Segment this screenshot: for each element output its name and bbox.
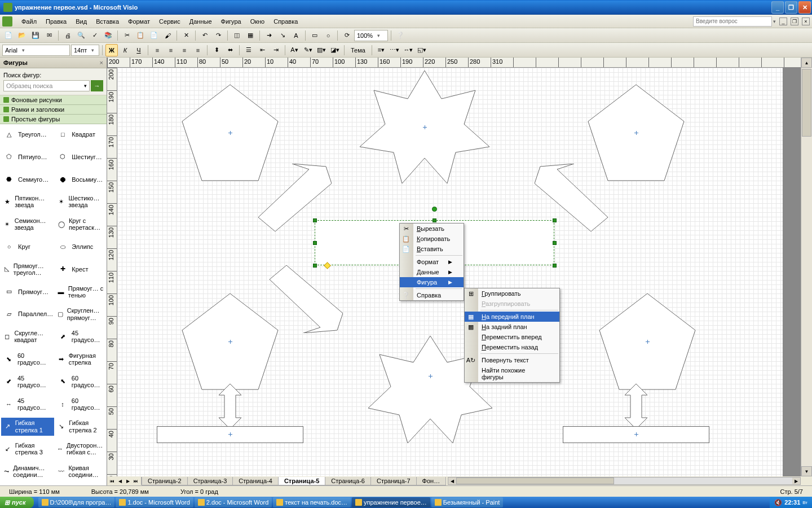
shape-palette-item[interactable]: ◯Круг с перетаск… bbox=[55, 215, 107, 233]
rotate-tool[interactable]: ⟳ bbox=[341, 29, 353, 42]
resize-handle[interactable] bbox=[433, 218, 436, 222]
open-button[interactable]: 📂 bbox=[16, 29, 28, 42]
align-right-button[interactable]: ≡ bbox=[178, 44, 191, 56]
shape-palette-item[interactable]: ↔Двусторон… гибкая с… bbox=[55, 440, 107, 458]
shadow-button[interactable]: ◪▾ bbox=[329, 44, 341, 56]
line-pattern-button[interactable]: ⋯▾ bbox=[389, 44, 401, 56]
shape-palette-item[interactable]: ○Круг bbox=[1, 238, 54, 256]
delete-button[interactable]: ✕ bbox=[180, 29, 192, 42]
research-button[interactable]: 📚 bbox=[102, 29, 114, 42]
shape-palette-item[interactable]: ✴Семикон… звезда bbox=[1, 215, 54, 233]
shape-palette-item[interactable]: ▬Прямоуг… с тенью bbox=[55, 283, 107, 301]
fill-color-button[interactable]: ▨▾ bbox=[315, 44, 328, 56]
double-arrow[interactable] bbox=[219, 384, 241, 429]
menu-правка[interactable]: Правка bbox=[41, 16, 71, 27]
menu-item-На задний план[interactable]: ▩На задний план bbox=[465, 322, 559, 332]
page-tab[interactable]: Фон… bbox=[416, 477, 447, 485]
shape-palette-item[interactable]: ↘Гибкая стрелка 2 bbox=[55, 418, 107, 436]
menu-item-Переместить вперед[interactable]: Переместить вперед bbox=[465, 332, 559, 342]
print-preview-button[interactable]: 🔍 bbox=[75, 29, 87, 42]
distribute-button[interactable]: ⬌ bbox=[224, 44, 236, 56]
taskbar-task[interactable]: Безымянный - Paint bbox=[431, 497, 504, 507]
shape-palette-item[interactable]: ✶Шестико… звезда bbox=[55, 192, 107, 211]
shape-palette-item[interactable]: ◺Прямоуг… треугол… bbox=[1, 260, 54, 278]
resize-handle[interactable] bbox=[553, 264, 557, 268]
menu-формат[interactable]: Формат bbox=[123, 16, 155, 27]
align-justify-button[interactable]: ≡ bbox=[192, 44, 204, 56]
shape-palette-item[interactable]: ▱Параллел… bbox=[1, 305, 54, 323]
new-button[interactable]: 📄 bbox=[2, 29, 15, 42]
pointer-tool-button[interactable]: ➜ bbox=[263, 29, 275, 42]
last-page-button[interactable]: ⏭ bbox=[132, 477, 140, 485]
taskbar-task[interactable]: D:\2008\для програ… bbox=[38, 497, 115, 507]
resize-handle[interactable] bbox=[553, 241, 557, 245]
paste-button[interactable]: 📄 bbox=[148, 29, 160, 42]
shape-palette-item[interactable]: ↙Гибкая стрелка 3 bbox=[1, 440, 54, 458]
shape-palette-item[interactable]: ▭Прямоуг… bbox=[1, 283, 54, 301]
page-tab[interactable]: Страница-7 bbox=[370, 477, 417, 485]
search-go-button[interactable]: → bbox=[91, 80, 103, 91]
page-tab[interactable]: Страница-5 bbox=[278, 477, 325, 485]
cut-button[interactable]: ✂ bbox=[121, 29, 133, 42]
stencil-bar[interactable]: Простые фигуры bbox=[0, 115, 107, 124]
prev-page-button[interactable]: ◀ bbox=[116, 477, 124, 485]
shape-palette-item[interactable]: ✚Крест bbox=[55, 260, 107, 278]
menu-item-Справка[interactable]: ❔Справка bbox=[400, 290, 464, 300]
maximize-button[interactable]: ❐ bbox=[785, 1, 797, 14]
resize-handle[interactable] bbox=[313, 241, 317, 245]
shape-palette-item[interactable]: ★Пятикон… звезда bbox=[1, 192, 54, 211]
menu-фигура[interactable]: Фигура bbox=[217, 16, 246, 27]
scroll-left-button[interactable]: ◀ bbox=[448, 478, 456, 484]
drawing-page[interactable]: ✂Вырезать📋Копировать📄ВставитьФормат▶Данн… bbox=[117, 68, 783, 476]
shape-palette-item[interactable]: ⬭Эллипс bbox=[55, 238, 107, 256]
menu-item-Вырезать[interactable]: ✂Вырезать bbox=[400, 224, 464, 234]
align-left-button[interactable]: ≡ bbox=[151, 44, 164, 56]
menu-item-На передний план[interactable]: ▦На передний план bbox=[465, 312, 559, 322]
undo-button[interactable]: ↶ bbox=[198, 29, 211, 42]
close-panel-button[interactable]: × bbox=[100, 59, 103, 66]
shape-palette-item[interactable]: ⬊60 градусо… bbox=[1, 350, 54, 368]
taskbar-task[interactable]: 1.doc - Microsoft Word bbox=[116, 497, 193, 507]
shape-palette-item[interactable]: ⤳Динамич… соедини… bbox=[1, 462, 54, 480]
taskbar-task[interactable]: текст на печать.doc… bbox=[273, 497, 351, 507]
menu-вставка[interactable]: Вставка bbox=[91, 16, 123, 27]
font-color-button[interactable]: A▾ bbox=[288, 44, 301, 56]
rotation-handle[interactable] bbox=[432, 207, 437, 212]
resize-handle[interactable] bbox=[553, 218, 557, 222]
bold-button[interactable]: Ж bbox=[105, 44, 118, 56]
shapes-search-input[interactable]: Образец поиска▾ bbox=[3, 80, 90, 91]
resize-handle[interactable] bbox=[313, 218, 317, 222]
shape-palette-item[interactable]: ⬋45 градусо… bbox=[1, 373, 54, 391]
next-page-button[interactable]: ▶ bbox=[124, 477, 132, 485]
canvas-viewport[interactable]: ✂Вырезать📋Копировать📄ВставитьФормат▶Данн… bbox=[117, 68, 801, 476]
scroll-right-button[interactable]: ▶ bbox=[792, 478, 800, 484]
shape-palette-item[interactable]: ▢Скруглен… прямоуг… bbox=[55, 305, 107, 323]
help-button[interactable]: ❔ bbox=[394, 29, 407, 42]
shape-palette-item[interactable]: ↔45 градусо… bbox=[1, 395, 54, 413]
system-tray[interactable]: 🔇 22:31 Вт bbox=[770, 497, 812, 508]
font-size-combo[interactable]: 14пт bbox=[71, 45, 99, 56]
shape-palette-item[interactable]: ↕60 градусо… bbox=[55, 395, 107, 413]
minimize-button[interactable]: _ bbox=[771, 1, 784, 14]
menu-item-Формат[interactable]: Формат▶ bbox=[400, 257, 464, 267]
scroll-thumb[interactable] bbox=[456, 478, 614, 484]
scroll-down-button[interactable]: ▼ bbox=[801, 466, 812, 476]
stencil-button[interactable]: ▦ bbox=[244, 29, 257, 42]
page-tab[interactable]: Страница-6 bbox=[325, 477, 371, 485]
double-arrow[interactable] bbox=[625, 384, 647, 429]
stencil-bar[interactable]: Фоновые рисунки bbox=[0, 95, 107, 105]
mail-button[interactable]: ✉ bbox=[43, 29, 55, 42]
menu-item-Переместить назад[interactable]: Переместить назад bbox=[465, 342, 559, 352]
shape-palette-item[interactable]: ⬈45 градусо… bbox=[55, 327, 107, 345]
menu-вид[interactable]: Вид bbox=[71, 16, 91, 27]
help-search-input[interactable] bbox=[693, 16, 772, 27]
line-ends-button[interactable]: ↔▾ bbox=[402, 44, 414, 56]
bullets-button[interactable]: ☰ bbox=[242, 44, 255, 56]
line-color-button[interactable]: ✎▾ bbox=[302, 44, 314, 56]
shape-palette-item[interactable]: 〰Кривая соедини… bbox=[55, 462, 107, 480]
menu-файл[interactable]: Файл bbox=[17, 16, 41, 27]
underline-button[interactable]: Ч bbox=[133, 44, 145, 56]
menu-item-Копировать[interactable]: 📋Копировать bbox=[400, 234, 464, 244]
shape-palette-item[interactable]: ↗Гибкая стрелка 1 bbox=[1, 418, 54, 436]
taskbar-task[interactable]: 2.doc - Microsoft Word bbox=[195, 497, 272, 507]
